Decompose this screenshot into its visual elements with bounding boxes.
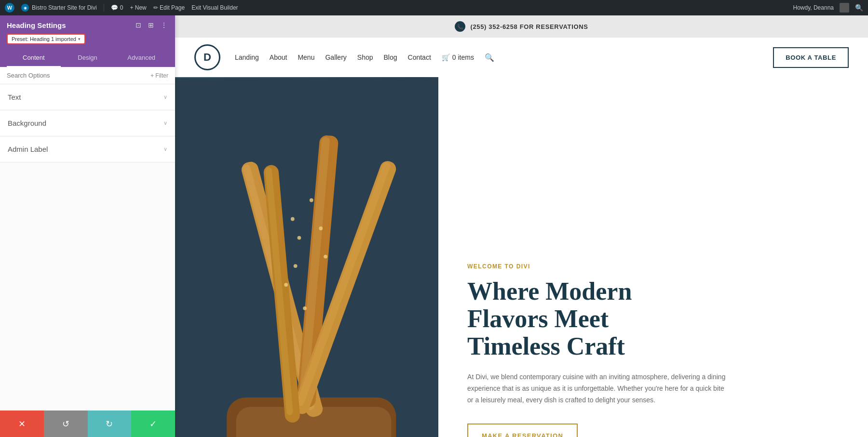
filter-button[interactable]: + Filter (150, 72, 168, 79)
preset-badge[interactable]: Preset: Heading 1 imported ▾ (7, 34, 85, 44)
site-header-top: 📞 (255) 352-6258 FOR RESERVATIONS (175, 15, 868, 38)
preset-chevron-icon: ▾ (78, 37, 81, 41)
wp-logo[interactable]: W (5, 3, 14, 13)
accordion-admin-label-chevron-icon: ∨ (163, 146, 167, 152)
panel-tabs: Content Design Advanced (7, 49, 168, 67)
welcome-label: WELCOME TO DIVI (467, 263, 839, 270)
new-content-button[interactable]: + New (130, 4, 146, 11)
undo-button[interactable]: ↺ (44, 411, 88, 437)
accordion-background-header[interactable]: Background ∨ (0, 110, 175, 136)
accordion-admin-label: Admin Label ∨ (0, 136, 175, 162)
left-panel: Heading Settings ⊡ ⊞ ⋮ Preset: Heading 1… (0, 15, 175, 437)
hero-text-column: WELCOME TO DIVI Where Modern Flavors Mee… (438, 77, 868, 437)
accordion-background-chevron-icon: ∨ (163, 120, 167, 126)
panel-icons: ⊡ ⊞ ⋮ (135, 20, 168, 30)
site-name-group[interactable]: ◉ Bistro Starter Site for Divi (21, 4, 104, 12)
hero-description: At Divi, we blend contemporary cuisine w… (467, 371, 728, 406)
exit-builder-button[interactable]: Exit Visual Builder (191, 4, 238, 11)
more-options-icon-button[interactable]: ⋮ (160, 20, 168, 30)
new-label: + New (130, 4, 146, 11)
panel-title-row: Heading Settings ⊡ ⊞ ⋮ (7, 20, 168, 30)
svg-point-14 (294, 264, 298, 268)
svg-point-12 (291, 217, 295, 221)
accordion-background: Background ∨ (0, 110, 175, 136)
search-row: + Filter (0, 67, 175, 84)
admin-bar-right: Howdy, Deanna 🔍 (793, 3, 864, 13)
accordion-background-label: Background (8, 119, 46, 127)
hero-heading: Where Modern Flavors Meet Timeless Craft (467, 278, 839, 360)
accordion-text: Text ∨ (0, 84, 175, 110)
hero-image-column (175, 77, 438, 437)
cart-icon: 🛒 (442, 53, 450, 61)
admin-avatar[interactable] (840, 3, 849, 13)
tab-content[interactable]: Content (7, 49, 61, 67)
nav-link-menu[interactable]: Menu (298, 53, 314, 61)
food-illustration (175, 77, 438, 437)
edit-page-label: ✏ Edit Page (153, 4, 185, 11)
site-phone-number: (255) 352-6258 FOR RESERVATIONS (470, 23, 588, 30)
panel-footer: ✕ ↺ ↻ ✓ (0, 411, 175, 437)
hero-section: WELCOME TO DIVI Where Modern Flavors Mee… (175, 77, 868, 437)
wordpress-icon: W (5, 3, 14, 13)
book-table-button[interactable]: BOOK A TABLE (773, 47, 849, 68)
comments-icon: 💬 (111, 4, 118, 11)
admin-bar: W ◉ Bistro Starter Site for Divi 💬 0 + N… (0, 0, 868, 15)
wireframe-icon-button[interactable]: ⊞ (147, 20, 155, 30)
svg-point-18 (284, 283, 288, 287)
make-reservation-button[interactable]: MAKE A RESERVATION (467, 424, 578, 437)
nav-link-contact[interactable]: Contact (408, 53, 431, 61)
comments-count: 0 (120, 4, 123, 11)
panel-header: Heading Settings ⊡ ⊞ ⋮ Preset: Heading 1… (0, 15, 175, 67)
nav-link-blog[interactable]: Blog (384, 53, 397, 61)
comments-link[interactable]: 💬 0 (111, 4, 123, 11)
preset-label: Preset: Heading 1 imported (12, 36, 76, 42)
accordion-admin-label-header[interactable]: Admin Label ∨ (0, 136, 175, 162)
cart-count: 0 items (452, 53, 474, 61)
exit-builder-label: Exit Visual Builder (191, 4, 238, 11)
redo-button[interactable]: ↻ (88, 411, 132, 437)
admin-search-icon[interactable]: 🔍 (855, 4, 863, 12)
responsive-icon-button[interactable]: ⊡ (135, 20, 142, 30)
nav-link-gallery[interactable]: Gallery (325, 53, 346, 61)
nav-link-shop[interactable]: Shop (357, 53, 373, 61)
right-content: 📞 (255) 352-6258 FOR RESERVATIONS D Land… (175, 15, 868, 437)
search-options-input[interactable] (7, 72, 150, 79)
accordion-text-header[interactable]: Text ∨ (0, 84, 175, 110)
nav-cart[interactable]: 🛒 0 items (442, 53, 474, 61)
howdy-text: Howdy, Deanna (793, 4, 834, 11)
food-image (175, 77, 438, 437)
accordion-text-chevron-icon: ∨ (163, 94, 167, 100)
site-name-label[interactable]: Bistro Starter Site for Divi (32, 4, 97, 11)
site-logo[interactable]: D (194, 44, 220, 70)
phone-icon: 📞 (455, 21, 465, 32)
svg-point-16 (319, 226, 323, 230)
svg-point-15 (310, 199, 313, 202)
panel-body: + Filter Text ∨ Background ∨ A (0, 67, 175, 411)
panel-title: Heading Settings (7, 21, 66, 29)
svg-point-13 (298, 236, 301, 240)
main-wrapper: Heading Settings ⊡ ⊞ ⋮ Preset: Heading 1… (0, 15, 868, 437)
tab-advanced[interactable]: Advanced (114, 49, 168, 67)
nav-search-icon[interactable]: 🔍 (485, 53, 494, 62)
accordion-admin-label-label: Admin Label (8, 145, 48, 153)
svg-point-19 (303, 306, 307, 310)
cancel-button[interactable]: ✕ (0, 411, 44, 437)
edit-page-button[interactable]: ✏ Edit Page (153, 4, 185, 11)
accordion-text-label: Text (8, 93, 21, 101)
svg-point-17 (324, 255, 327, 259)
save-button[interactable]: ✓ (131, 411, 175, 437)
tab-design[interactable]: Design (61, 49, 115, 67)
nav-links: Landing About Menu Gallery Shop Blog Con… (235, 53, 494, 62)
site-nav: D Landing About Menu Gallery Shop Blog C… (175, 38, 868, 77)
site-icon: ◉ (21, 4, 29, 12)
nav-link-landing[interactable]: Landing (235, 53, 259, 61)
nav-link-about[interactable]: About (270, 53, 287, 61)
